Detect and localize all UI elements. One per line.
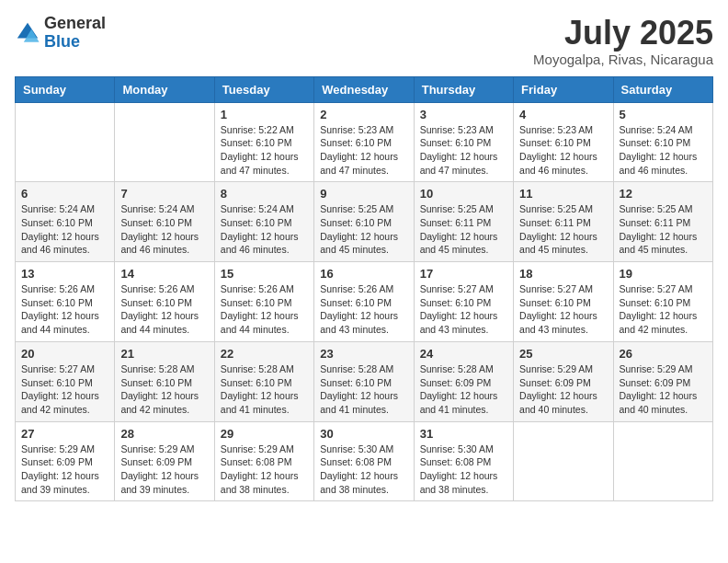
calendar-cell: 5 Sunrise: 5:24 AMSunset: 6:10 PMDayligh… xyxy=(613,102,712,182)
month-title: July 2025 xyxy=(533,15,713,52)
calendar-cell: 16 Sunrise: 5:26 AMSunset: 6:10 PMDaylig… xyxy=(314,262,414,342)
calendar-cell: 11 Sunrise: 5:25 AMSunset: 6:11 PMDaylig… xyxy=(514,182,613,262)
day-number: 14 xyxy=(120,267,208,281)
calendar-cell: 22 Sunrise: 5:28 AMSunset: 6:10 PMDaylig… xyxy=(214,341,313,421)
calendar-cell xyxy=(514,421,613,501)
logo-text: General Blue xyxy=(44,15,106,52)
day-number: 17 xyxy=(420,267,507,281)
calendar-cell: 26 Sunrise: 5:29 AMSunset: 6:09 PMDaylig… xyxy=(613,341,712,421)
day-number: 8 xyxy=(221,187,308,201)
calendar-cell: 23 Sunrise: 5:28 AMSunset: 6:10 PMDaylig… xyxy=(314,341,414,421)
calendar-cell: 18 Sunrise: 5:27 AMSunset: 6:10 PMDaylig… xyxy=(514,262,613,342)
day-number: 6 xyxy=(21,187,108,201)
day-info: Sunrise: 5:28 AMSunset: 6:10 PMDaylight:… xyxy=(120,363,199,415)
day-number: 3 xyxy=(420,108,507,121)
calendar-cell: 1 Sunrise: 5:22 AMSunset: 6:10 PMDayligh… xyxy=(214,102,313,182)
calendar-cell: 24 Sunrise: 5:28 AMSunset: 6:09 PMDaylig… xyxy=(414,341,513,421)
day-info: Sunrise: 5:29 AMSunset: 6:08 PMDaylight:… xyxy=(221,443,299,495)
day-info: Sunrise: 5:27 AMSunset: 6:10 PMDaylight:… xyxy=(519,283,597,335)
day-info: Sunrise: 5:23 AMSunset: 6:10 PMDaylight:… xyxy=(320,124,398,176)
header-wednesday: Wednesday xyxy=(314,76,414,102)
day-number: 25 xyxy=(519,347,607,361)
calendar-week-row: 20 Sunrise: 5:27 AMSunset: 6:10 PMDaylig… xyxy=(16,341,713,421)
day-number: 27 xyxy=(21,427,108,441)
day-number: 4 xyxy=(519,108,607,121)
day-info: Sunrise: 5:30 AMSunset: 6:08 PMDaylight:… xyxy=(420,443,498,495)
day-number: 19 xyxy=(620,267,707,281)
day-number: 15 xyxy=(221,267,308,281)
day-info: Sunrise: 5:28 AMSunset: 6:09 PMDaylight:… xyxy=(420,363,498,415)
day-number: 1 xyxy=(221,108,308,121)
day-number: 11 xyxy=(519,187,607,201)
day-number: 2 xyxy=(320,108,407,121)
day-number: 26 xyxy=(620,347,707,361)
calendar-cell: 8 Sunrise: 5:24 AMSunset: 6:10 PMDayligh… xyxy=(214,182,313,262)
day-number: 9 xyxy=(320,187,407,201)
day-info: Sunrise: 5:27 AMSunset: 6:10 PMDaylight:… xyxy=(620,283,698,335)
calendar-cell: 3 Sunrise: 5:23 AMSunset: 6:10 PMDayligh… xyxy=(414,102,513,182)
day-info: Sunrise: 5:28 AMSunset: 6:10 PMDaylight:… xyxy=(221,363,299,415)
day-info: Sunrise: 5:25 AMSunset: 6:10 PMDaylight:… xyxy=(320,203,398,255)
calendar-cell: 9 Sunrise: 5:25 AMSunset: 6:10 PMDayligh… xyxy=(314,182,414,262)
logo-icon xyxy=(15,20,40,46)
calendar-cell: 15 Sunrise: 5:26 AMSunset: 6:10 PMDaylig… xyxy=(214,262,313,342)
day-info: Sunrise: 5:25 AMSunset: 6:11 PMDaylight:… xyxy=(620,203,698,255)
day-number: 29 xyxy=(221,427,308,441)
day-info: Sunrise: 5:26 AMSunset: 6:10 PMDaylight:… xyxy=(320,283,398,335)
header-saturday: Saturday xyxy=(613,76,712,102)
header-thursday: Thursday xyxy=(414,76,513,102)
day-info: Sunrise: 5:24 AMSunset: 6:10 PMDaylight:… xyxy=(21,203,99,255)
day-info: Sunrise: 5:25 AMSunset: 6:11 PMDaylight:… xyxy=(519,203,597,255)
title-area: July 2025 Moyogalpa, Rivas, Nicaragua xyxy=(533,15,713,67)
calendar-cell: 13 Sunrise: 5:26 AMSunset: 6:10 PMDaylig… xyxy=(16,262,115,342)
calendar-week-row: 13 Sunrise: 5:26 AMSunset: 6:10 PMDaylig… xyxy=(16,262,713,342)
day-number: 23 xyxy=(320,347,407,361)
calendar-cell: 7 Sunrise: 5:24 AMSunset: 6:10 PMDayligh… xyxy=(115,182,214,262)
logo-general: General xyxy=(44,15,106,33)
day-info: Sunrise: 5:25 AMSunset: 6:11 PMDaylight:… xyxy=(420,203,498,255)
logo-blue: Blue xyxy=(44,33,106,52)
day-number: 7 xyxy=(120,187,208,201)
logo: General Blue xyxy=(15,15,106,52)
calendar-cell: 2 Sunrise: 5:23 AMSunset: 6:10 PMDayligh… xyxy=(314,102,414,182)
day-info: Sunrise: 5:24 AMSunset: 6:10 PMDaylight:… xyxy=(120,203,199,255)
day-info: Sunrise: 5:30 AMSunset: 6:08 PMDaylight:… xyxy=(320,443,398,495)
day-info: Sunrise: 5:24 AMSunset: 6:10 PMDaylight:… xyxy=(620,124,698,176)
location: Moyogalpa, Rivas, Nicaragua xyxy=(533,52,713,67)
day-info: Sunrise: 5:29 AMSunset: 6:09 PMDaylight:… xyxy=(21,443,99,495)
header-sunday: Sunday xyxy=(16,76,115,102)
calendar-cell: 12 Sunrise: 5:25 AMSunset: 6:11 PMDaylig… xyxy=(613,182,712,262)
calendar-week-row: 6 Sunrise: 5:24 AMSunset: 6:10 PMDayligh… xyxy=(16,182,713,262)
day-info: Sunrise: 5:29 AMSunset: 6:09 PMDaylight:… xyxy=(620,363,698,415)
day-info: Sunrise: 5:27 AMSunset: 6:10 PMDaylight:… xyxy=(21,363,99,415)
calendar-week-row: 1 Sunrise: 5:22 AMSunset: 6:10 PMDayligh… xyxy=(16,102,713,182)
calendar-cell xyxy=(115,102,214,182)
day-number: 10 xyxy=(420,187,507,201)
calendar-cell: 29 Sunrise: 5:29 AMSunset: 6:08 PMDaylig… xyxy=(214,421,313,501)
calendar-cell: 17 Sunrise: 5:27 AMSunset: 6:10 PMDaylig… xyxy=(414,262,513,342)
day-info: Sunrise: 5:23 AMSunset: 6:10 PMDaylight:… xyxy=(420,124,498,176)
day-number: 28 xyxy=(120,427,208,441)
header-monday: Monday xyxy=(115,76,214,102)
calendar-cell: 4 Sunrise: 5:23 AMSunset: 6:10 PMDayligh… xyxy=(514,102,613,182)
calendar-cell: 25 Sunrise: 5:29 AMSunset: 6:09 PMDaylig… xyxy=(514,341,613,421)
day-number: 18 xyxy=(519,267,607,281)
day-number: 16 xyxy=(320,267,407,281)
day-info: Sunrise: 5:26 AMSunset: 6:10 PMDaylight:… xyxy=(221,283,299,335)
calendar-week-row: 27 Sunrise: 5:29 AMSunset: 6:09 PMDaylig… xyxy=(16,421,713,501)
calendar-cell: 10 Sunrise: 5:25 AMSunset: 6:11 PMDaylig… xyxy=(414,182,513,262)
day-info: Sunrise: 5:26 AMSunset: 6:10 PMDaylight:… xyxy=(21,283,99,335)
calendar-cell: 28 Sunrise: 5:29 AMSunset: 6:09 PMDaylig… xyxy=(115,421,214,501)
day-info: Sunrise: 5:23 AMSunset: 6:10 PMDaylight:… xyxy=(519,124,597,176)
day-info: Sunrise: 5:27 AMSunset: 6:10 PMDaylight:… xyxy=(420,283,498,335)
calendar-cell: 31 Sunrise: 5:30 AMSunset: 6:08 PMDaylig… xyxy=(414,421,513,501)
day-number: 31 xyxy=(420,427,507,441)
calendar-header-row: SundayMondayTuesdayWednesdayThursdayFrid… xyxy=(16,76,713,102)
day-info: Sunrise: 5:29 AMSunset: 6:09 PMDaylight:… xyxy=(120,443,199,495)
day-number: 24 xyxy=(420,347,507,361)
day-info: Sunrise: 5:28 AMSunset: 6:10 PMDaylight:… xyxy=(320,363,398,415)
calendar-cell: 21 Sunrise: 5:28 AMSunset: 6:10 PMDaylig… xyxy=(115,341,214,421)
header-tuesday: Tuesday xyxy=(214,76,313,102)
header-friday: Friday xyxy=(514,76,613,102)
day-number: 30 xyxy=(320,427,407,441)
